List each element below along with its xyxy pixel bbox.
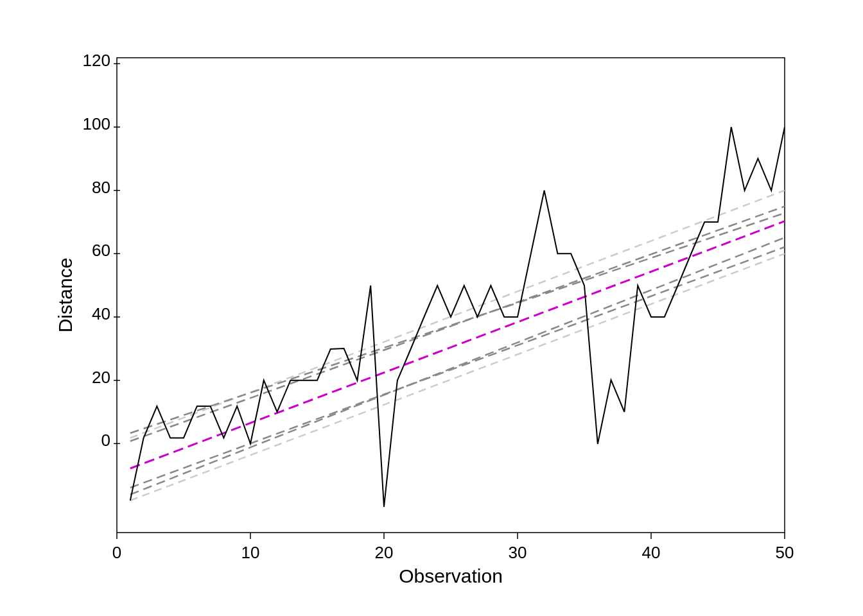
plot-area	[117, 58, 785, 533]
svg-text:120: 120	[83, 51, 110, 70]
svg-text:10: 10	[241, 543, 260, 562]
x-axis-label: Observation	[399, 565, 503, 584]
svg-text:20: 20	[375, 543, 394, 562]
chart-container: 0 20 40 60 80 100 120 0 10 20	[46, 32, 817, 584]
svg-text:100: 100	[83, 114, 110, 133]
svg-text:40: 40	[92, 304, 110, 323]
svg-text:50: 50	[776, 543, 794, 562]
y-axis-label: Distance	[55, 258, 76, 333]
svg-text:0: 0	[101, 431, 110, 450]
svg-text:20: 20	[92, 368, 110, 387]
svg-text:80: 80	[92, 178, 110, 197]
svg-text:60: 60	[92, 241, 110, 260]
svg-text:40: 40	[642, 543, 661, 562]
svg-text:30: 30	[509, 543, 527, 562]
svg-text:0: 0	[112, 543, 121, 562]
